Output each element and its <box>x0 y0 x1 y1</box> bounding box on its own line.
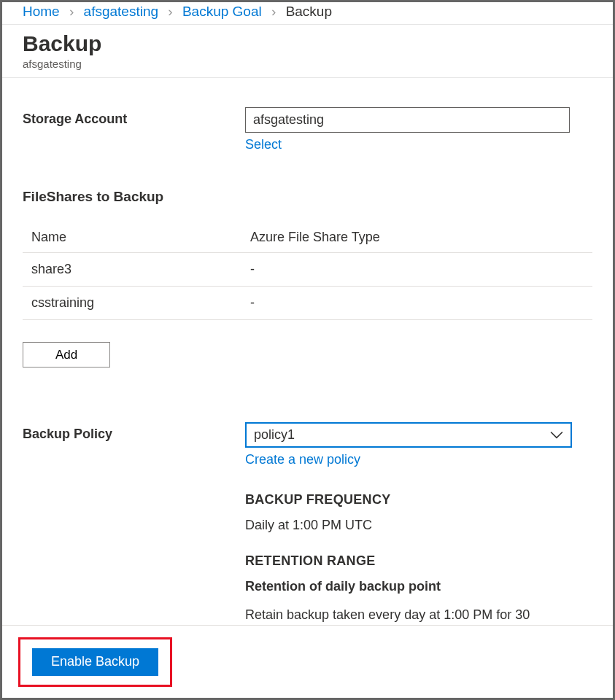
fileshares-col-type: Azure File Share Type <box>241 222 592 253</box>
backup-policy-selected-value: policy1 <box>254 427 295 443</box>
table-row[interactable]: csstraining - <box>23 287 592 320</box>
chevron-down-icon <box>550 429 563 442</box>
footer: Enable Backup <box>2 625 613 698</box>
fileshares-table: Name Azure File Share Type share3 - csst… <box>23 222 592 320</box>
fileshares-col-name: Name <box>23 222 241 253</box>
enable-backup-highlight: Enable Backup <box>18 637 172 687</box>
chevron-right-icon: › <box>69 4 74 19</box>
create-policy-link[interactable]: Create a new policy <box>245 452 360 467</box>
table-row[interactable]: share3 - <box>23 253 592 287</box>
page-title: Backup <box>23 31 592 57</box>
backup-policy-label: Backup Policy <box>23 422 245 442</box>
breadcrumb-home[interactable]: Home <box>23 4 60 19</box>
policy-details: BACKUP FREQUENCY Daily at 1:00 PM UTC RE… <box>245 492 592 623</box>
retention-daily-label: Retention of daily backup point <box>245 579 592 594</box>
fileshare-type: - <box>241 287 592 320</box>
fileshares-section: FileShares to Backup Name Azure File Sha… <box>23 189 592 368</box>
page-subtitle: afsgatesting <box>23 58 592 70</box>
retention-daily-value: Retain backup taken every day at 1:00 PM… <box>245 607 592 623</box>
page-header: Backup afsgatesting <box>2 25 613 78</box>
breadcrumb-resource[interactable]: afsgatesting <box>84 4 158 19</box>
fileshare-name: share3 <box>23 253 241 287</box>
fileshares-heading: FileShares to Backup <box>23 189 592 205</box>
backup-frequency-label: BACKUP FREQUENCY <box>245 492 592 508</box>
add-fileshare-button[interactable]: Add <box>23 342 110 368</box>
breadcrumb-current: Backup <box>286 4 332 19</box>
backup-frequency-value: Daily at 1:00 PM UTC <box>245 518 592 533</box>
enable-backup-button[interactable]: Enable Backup <box>32 648 158 676</box>
chevron-right-icon: › <box>271 4 276 19</box>
breadcrumb-goal[interactable]: Backup Goal <box>182 4 262 19</box>
select-storage-account-link[interactable]: Select <box>245 137 282 152</box>
storage-account-row: Storage Account Select <box>23 107 592 152</box>
backup-policy-row: Backup Policy policy1 Create a new polic… <box>23 422 592 623</box>
fileshare-name: csstraining <box>23 287 241 320</box>
chevron-right-icon: › <box>168 4 172 19</box>
fileshare-type: - <box>241 253 592 287</box>
storage-account-label: Storage Account <box>23 107 245 127</box>
breadcrumb: Home › afsgatesting › Backup Goal › Back… <box>2 2 613 25</box>
backup-policy-select[interactable]: policy1 <box>245 422 572 448</box>
storage-account-input[interactable] <box>245 107 570 133</box>
retention-range-label: RETENTION RANGE <box>245 553 592 569</box>
